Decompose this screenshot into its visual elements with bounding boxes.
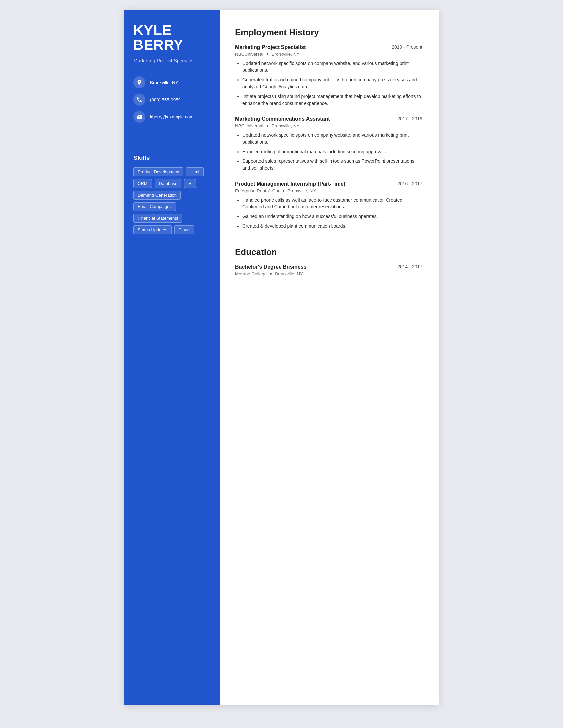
edu-date: 2014 - 2017	[398, 264, 422, 269]
bullet-item: Initiate projects using sound project ma…	[242, 93, 422, 107]
skill-tag: Cloud	[174, 225, 194, 234]
edu-header: Bachelor's Degree Business2014 - 2017	[235, 264, 422, 270]
contact-section: Bronxville, NY (380) 555-9959 kberry@exa…	[133, 76, 211, 128]
dot-separator	[266, 125, 268, 127]
skill-tag: Financial Statements	[133, 214, 182, 223]
job-block: Product Management Internship (Part-Time…	[235, 181, 422, 230]
location-text: Bronxville, NY	[150, 80, 178, 85]
bullet-item: Updated network specific spots on compan…	[242, 132, 422, 146]
job-location: Bronxville, NY	[288, 188, 316, 193]
edu-degree: Bachelor's Degree Business	[235, 264, 306, 270]
bullet-item: Handled phone calls as well as face-to-f…	[242, 197, 422, 210]
job-header: Product Management Internship (Part-Time…	[235, 181, 422, 187]
bullet-item: Updated network specific spots on compan…	[242, 60, 422, 74]
section-divider	[235, 239, 422, 239]
resume-container: KYLE BERRY Marketing Project Specialist …	[124, 10, 439, 705]
bullet-item: Created & developed plant communication …	[242, 223, 422, 230]
candidate-name: KYLE BERRY	[133, 23, 211, 52]
education-heading: Education	[235, 247, 422, 257]
email-text: kberry@example.com	[150, 114, 194, 119]
skill-tag: Demand Generation	[133, 191, 181, 200]
job-date: 2016 - 2017	[398, 181, 422, 186]
bullet-item: Supported sales representatives with sel…	[242, 158, 422, 172]
job-header: Marketing Project Specialist2019 - Prese…	[235, 44, 422, 50]
job-meta: NBCUniversalBronxville, NY	[235, 123, 422, 128]
job-block: Marketing Communications Assistant2017 -…	[235, 116, 422, 172]
skills-heading: Skills	[133, 154, 211, 161]
edu-school: Monroe College	[235, 271, 266, 276]
email-item: kberry@example.com	[133, 111, 211, 123]
location-icon	[133, 76, 145, 88]
employment-heading: Employment History	[235, 27, 422, 38]
skills-tags: Product DevelopmentHtmlCRMDatabaseRDeman…	[133, 167, 211, 234]
bullet-list: Updated network specific spots on compan…	[235, 132, 422, 172]
skill-tag: Database	[155, 179, 182, 188]
job-date: 2019 - Present	[392, 44, 422, 50]
dot-separator	[270, 273, 271, 275]
jobs-container: Marketing Project Specialist2019 - Prese…	[235, 44, 422, 230]
candidate-title: Marketing Project Specialist	[133, 57, 211, 64]
skill-tag: Product Development	[133, 167, 183, 176]
sidebar-divider	[133, 145, 211, 145]
education-container: Bachelor's Degree Business2014 - 2017Mon…	[235, 264, 422, 276]
phone-icon	[133, 94, 145, 106]
dot-separator	[266, 53, 268, 55]
skill-tag: R	[184, 179, 196, 188]
bullet-item: Gained an understanding on how a success…	[242, 213, 422, 220]
location-item: Bronxville, NY	[133, 76, 211, 88]
edu-meta: Monroe CollegeBronxville, NY	[235, 271, 422, 276]
job-company: Enterprise Rent-A-Car	[235, 188, 279, 193]
bullet-list: Handled phone calls as well as face-to-f…	[235, 197, 422, 230]
phone-text: (380) 555-9959	[150, 97, 180, 102]
skill-tag: CRM	[133, 179, 152, 188]
edu-block: Bachelor's Degree Business2014 - 2017Mon…	[235, 264, 422, 276]
job-title: Marketing Project Specialist	[235, 44, 306, 50]
job-location: Bronxville, NY	[271, 123, 300, 128]
job-date: 2017 - 2019	[398, 116, 422, 121]
bullet-list: Updated network specific spots on compan…	[235, 60, 422, 107]
bullet-item: Handled routing of promotional materials…	[242, 148, 422, 155]
phone-item: (380) 555-9959	[133, 94, 211, 106]
skill-tag: Html	[186, 167, 204, 176]
edu-location: Bronxville, NY	[275, 271, 303, 276]
job-header: Marketing Communications Assistant2017 -…	[235, 116, 422, 122]
job-location: Bronxville, NY	[271, 52, 300, 57]
skill-tag: Status Updates	[133, 225, 171, 234]
job-meta: NBCUniversalBronxville, NY	[235, 52, 422, 57]
skill-tag: Email Campaigns	[133, 202, 176, 211]
email-icon	[133, 111, 145, 123]
main-content: Employment History Marketing Project Spe…	[220, 10, 439, 705]
job-block: Marketing Project Specialist2019 - Prese…	[235, 44, 422, 107]
job-company: NBCUniversal	[235, 123, 263, 128]
job-title: Marketing Communications Assistant	[235, 116, 330, 122]
job-title: Product Management Internship (Part-Time…	[235, 181, 346, 187]
job-company: NBCUniversal	[235, 52, 263, 57]
bullet-item: Generated traffic and gained company pub…	[242, 76, 422, 90]
job-meta: Enterprise Rent-A-CarBronxville, NY	[235, 188, 422, 193]
sidebar: KYLE BERRY Marketing Project Specialist …	[124, 10, 220, 705]
dot-separator	[283, 190, 285, 192]
